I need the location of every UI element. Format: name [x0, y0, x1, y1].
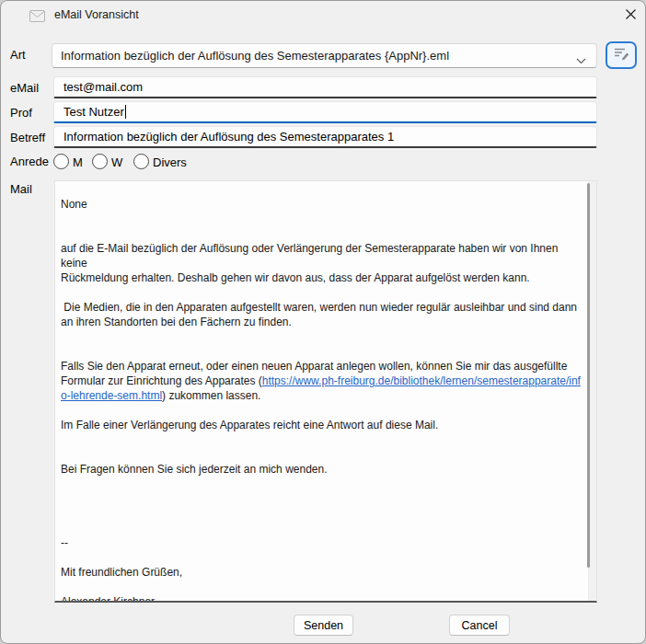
anrede-radio-w[interactable]	[92, 154, 108, 169]
prof-value: Test Nutzer	[63, 105, 124, 119]
email-label: eMail	[10, 81, 39, 95]
chevron-down-icon	[576, 53, 586, 67]
mail-text-after-link: ) zukommen lassen. Im Falle einer Verlän…	[61, 389, 438, 603]
prof-label: Prof	[10, 106, 32, 120]
senden-button[interactable]: Senden	[294, 615, 353, 636]
art-label: Art	[10, 48, 26, 62]
mail-text-before-link: None auf die E-Mail bezüglich der Auflös…	[61, 198, 577, 387]
anrede-radio-divers-label: Divers	[153, 155, 187, 169]
mail-label: Mail	[10, 182, 32, 196]
edit-list-icon	[613, 46, 630, 65]
email-value: test@mail.com	[63, 80, 143, 94]
betreff-value: Information bezüglich der Auflösung des …	[63, 130, 394, 144]
anrede-label: Anrede	[10, 155, 49, 168]
betreff-input[interactable]: Information bezüglich der Auflösung des …	[53, 126, 597, 148]
scrollbar-thumb[interactable]	[587, 183, 590, 568]
mail-body-textarea[interactable]: None auf die E-Mail bezüglich der Auflös…	[54, 180, 597, 603]
edit-template-button[interactable]	[606, 41, 637, 69]
anrede-radio-m-label: M	[73, 155, 83, 169]
anrede-radio-w-label: W	[111, 155, 122, 169]
email-preview-dialog: eMail Voransicht Art Information bezügli…	[0, 0, 646, 644]
art-combobox[interactable]: Information bezüglich der Auflösung des …	[52, 43, 597, 68]
anrede-radio-divers[interactable]	[133, 154, 149, 169]
envelope-icon	[29, 9, 45, 26]
text-caret	[125, 105, 126, 119]
titlebar: eMail Voransicht	[1, 1, 645, 29]
close-icon	[625, 7, 637, 24]
mail-body-text: None auf die E-Mail bezüglich der Auflös…	[55, 181, 596, 601]
cancel-button[interactable]: Cancel	[449, 615, 510, 636]
art-combobox-value: Information bezüglich der Auflösung des …	[61, 49, 449, 63]
betreff-label: Betreff	[10, 131, 45, 144]
prof-input[interactable]: Test Nutzer	[53, 101, 597, 123]
close-button[interactable]	[617, 5, 643, 27]
anrede-radio-m[interactable]	[53, 154, 69, 169]
email-input[interactable]: test@mail.com	[53, 76, 597, 98]
window-title: eMail Voransicht	[54, 8, 139, 21]
